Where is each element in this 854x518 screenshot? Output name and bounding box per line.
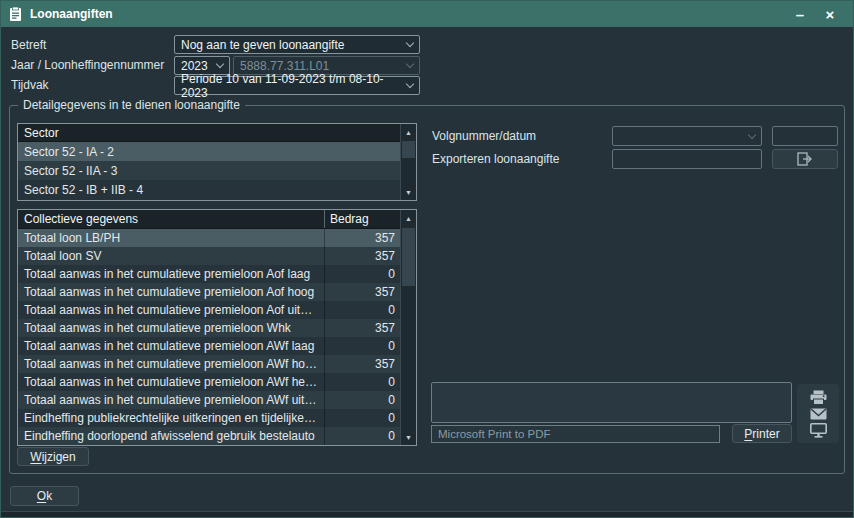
table-row-bedrag: 0 — [324, 265, 400, 283]
sector-list-body: Sector 52 - IA - 2Sector 52 - IIA - 3Sec… — [18, 142, 400, 199]
collective-table-body: Totaal loon LB/PH357Totaal loon SV357Tot… — [18, 229, 400, 445]
groupbox-title: Detailgegevens in te dienen loonaangifte — [18, 98, 245, 112]
table-row-bedrag: 357 — [324, 355, 400, 373]
list-item[interactable]: Sector 52 - IIA - 3 — [18, 161, 400, 180]
sector-row-label: Sector 52 - IIA - 3 — [18, 164, 400, 178]
table-row-label: Eindheffing doorlopend afwisselend gebru… — [18, 429, 324, 443]
exporteren-loonaangifte-label: Exporteren loonaangifte — [432, 152, 559, 166]
list-item[interactable]: Sector 52 - IB + IIB - 4 — [18, 180, 400, 199]
sector-column-header[interactable]: Sector — [18, 126, 400, 140]
list-item[interactable]: Totaal aanwas in het cumulatieve premiel… — [18, 355, 400, 373]
monitor-icon[interactable] — [810, 423, 827, 438]
scrollbar-thumb[interactable] — [402, 228, 415, 286]
jaar-loonheffingennummer-label: Jaar / Loonheffingennummer — [11, 58, 164, 72]
volgnummer-datum-field[interactable] — [772, 126, 838, 146]
collectieve-gegevens-table: Collectieve gegevens Bedrag Totaal loon … — [17, 209, 417, 446]
table-row-label: Totaal aanwas in het cumulatieve premiel… — [18, 267, 324, 281]
bedrag-column-header[interactable]: Bedrag — [324, 210, 400, 228]
table-scrollbar[interactable]: ▲ ▼ — [400, 210, 416, 445]
tijdvak-label: Tijdvak — [11, 78, 49, 92]
export-button[interactable] — [772, 149, 838, 169]
table-row-bedrag: 0 — [324, 373, 400, 391]
window-bottom-edge — [1, 511, 853, 517]
window-title: Loonaangiften — [30, 7, 113, 21]
table-row-bedrag: 357 — [324, 247, 400, 265]
table-row-label: Totaal loon LB/PH — [18, 231, 324, 245]
table-row-label: Totaal aanwas in het cumulatieve premiel… — [18, 321, 324, 335]
volgnummer-dropdown[interactable] — [612, 126, 762, 146]
jaar-dropdown-value: 2023 — [181, 59, 208, 73]
table-row-bedrag: 357 — [324, 229, 400, 247]
export-file-icon — [797, 152, 814, 166]
scroll-down-icon[interactable]: ▼ — [401, 429, 416, 445]
list-item[interactable]: Eindheffing doorlopend afwisselend gebru… — [18, 427, 400, 445]
print-preview-box[interactable] — [431, 382, 792, 423]
chevron-down-icon — [406, 39, 414, 47]
tijdvak-dropdown[interactable]: Periode 10 van 11-09-2023 t/m 08-10-2023 — [174, 76, 420, 95]
chevron-down-icon — [216, 60, 224, 68]
tijdvak-dropdown-value: Periode 10 van 11-09-2023 t/m 08-10-2023 — [181, 72, 407, 100]
close-button[interactable]: × — [815, 3, 845, 25]
scroll-up-icon[interactable]: ▲ — [401, 124, 416, 140]
table-row-bedrag: 0 — [324, 301, 400, 319]
output-options-panel — [797, 384, 839, 443]
table-header: Collectieve gegevens Bedrag — [18, 210, 400, 229]
titlebar: Loonaangiften – × — [1, 1, 853, 27]
list-item[interactable]: Totaal aanwas in het cumulatieve premiel… — [18, 319, 400, 337]
sector-list: Sector Sector 52 - IA - 2Sector 52 - IIA… — [17, 123, 417, 201]
table-row-bedrag: 357 — [324, 283, 400, 301]
sector-row-label: Sector 52 - IA - 2 — [18, 145, 400, 159]
list-item[interactable]: Totaal aanwas in het cumulatieve premiel… — [18, 301, 400, 319]
loonheffingennummer-value: 5888.77.311.L01 — [240, 59, 329, 73]
chevron-down-icon — [406, 80, 414, 88]
sector-list-scrollbar[interactable]: ▲ ▼ — [400, 124, 416, 200]
list-item[interactable]: Totaal aanwas in het cumulatieve premiel… — [18, 337, 400, 355]
table-row-label: Totaal aanwas in het cumulatieve premiel… — [18, 357, 324, 371]
wijzigen-button[interactable]: Wijzigen — [17, 447, 89, 466]
printer-icon[interactable] — [810, 390, 827, 405]
printer-button[interactable]: Printer — [732, 424, 792, 443]
table-row-label: Totaal aanwas in het cumulatieve premiel… — [18, 303, 324, 317]
list-item[interactable]: Totaal loon SV357 — [18, 247, 400, 265]
table-row-label: Totaal loon SV — [18, 249, 324, 263]
list-item[interactable]: Totaal loon LB/PH357 — [18, 229, 400, 247]
list-item[interactable]: Totaal aanwas in het cumulatieve premiel… — [18, 391, 400, 409]
list-item[interactable]: Sector 52 - IA - 2 — [18, 142, 400, 161]
printer-name-field[interactable]: Microsoft Print to PDF — [431, 425, 720, 443]
table-row-bedrag: 0 — [324, 337, 400, 355]
table-row-label: Totaal aanwas in het cumulatieve premiel… — [18, 375, 324, 389]
chevron-down-icon — [748, 130, 756, 138]
chevron-down-icon — [406, 60, 414, 68]
printer-name-value: Microsoft Print to PDF — [438, 428, 550, 440]
table-row-label: Totaal aanwas in het cumulatieve premiel… — [18, 393, 324, 407]
list-item[interactable]: Totaal aanwas in het cumulatieve premiel… — [18, 373, 400, 391]
table-row-bedrag: 0 — [324, 427, 400, 445]
app-document-icon — [9, 7, 23, 22]
table-row-bedrag: 357 — [324, 319, 400, 337]
table-row-label: Totaal aanwas in het cumulatieve premiel… — [18, 285, 324, 299]
volgnummer-datum-label: Volgnummer/datum — [432, 129, 536, 143]
list-item[interactable]: Totaal aanwas in het cumulatieve premiel… — [18, 265, 400, 283]
minimize-button[interactable]: – — [785, 3, 815, 25]
list-item[interactable]: Eindheffing publiekrechtelijke uitkering… — [18, 409, 400, 427]
detailgegevens-groupbox: Detailgegevens in te dienen loonaangifte… — [9, 105, 845, 474]
email-icon[interactable] — [810, 408, 827, 420]
ok-button[interactable]: Ok — [10, 486, 79, 506]
table-row-label: Eindheffing publiekrechtelijke uitkering… — [18, 411, 324, 425]
betreft-label: Betreft — [11, 38, 46, 52]
sector-row-label: Sector 52 - IB + IIB - 4 — [18, 183, 400, 197]
collectieve-gegevens-column-header[interactable]: Collectieve gegevens — [18, 212, 324, 226]
sector-list-header: Sector — [18, 124, 400, 142]
loonaangiften-window: Loonaangiften – × Betreft Jaar / Loonhef… — [0, 0, 854, 518]
list-item[interactable]: Totaal aanwas in het cumulatieve premiel… — [18, 283, 400, 301]
table-row-bedrag: 0 — [324, 391, 400, 409]
exporteren-path-field[interactable] — [612, 149, 762, 169]
betreft-dropdown-value: Nog aan te geven loonaangifte — [181, 38, 344, 52]
scroll-down-icon[interactable]: ▼ — [401, 184, 416, 200]
scroll-up-icon[interactable]: ▲ — [401, 210, 416, 226]
scrollbar-thumb[interactable] — [402, 141, 415, 158]
table-row-bedrag: 0 — [324, 409, 400, 427]
table-row-label: Totaal aanwas in het cumulatieve premiel… — [18, 339, 324, 353]
betreft-dropdown[interactable]: Nog aan te geven loonaangifte — [174, 35, 420, 54]
